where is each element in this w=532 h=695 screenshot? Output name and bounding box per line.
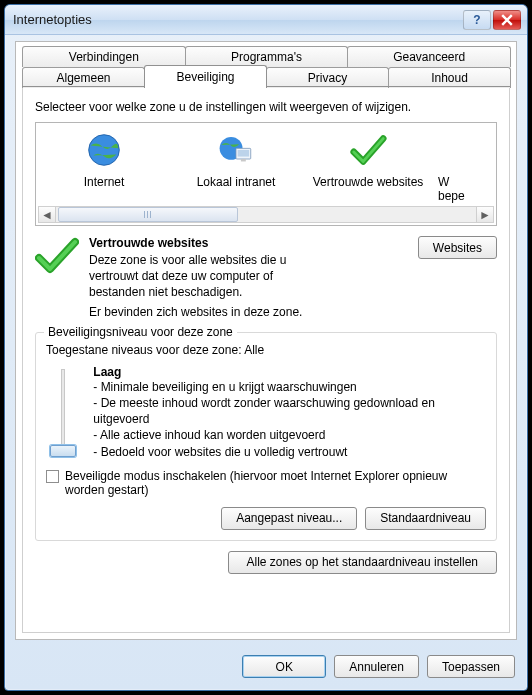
- titlebar[interactable]: Internetopties ?: [5, 5, 527, 35]
- level-name: Laag: [93, 365, 486, 379]
- zone-beperkte-toegang[interactable]: W bepe: [434, 129, 482, 207]
- slider-thumb[interactable]: [50, 445, 76, 457]
- command-buttons: OK Annuleren Toepassen: [242, 655, 515, 678]
- svg-rect-5: [241, 159, 246, 161]
- protected-mode-label: Beveiligde modus inschakelen (hiervoor m…: [65, 469, 455, 497]
- close-icon: [501, 14, 513, 26]
- svg-rect-4: [238, 150, 249, 157]
- security-level-slider[interactable]: [46, 365, 79, 461]
- cancel-button[interactable]: Annuleren: [334, 655, 419, 678]
- tab-verbindingen[interactable]: Verbindingen: [22, 46, 186, 67]
- selected-zone-note: Er bevinden zich websites in deze zone.: [89, 304, 408, 320]
- globe-monitor-icon: [217, 131, 255, 169]
- selected-zone-icon: [35, 236, 79, 279]
- security-level-group: Beveiligingsniveau voor deze zone Toeges…: [35, 332, 497, 541]
- reset-all-zones-button[interactable]: Alle zones op het standaardniveau instel…: [228, 551, 498, 574]
- sites-button[interactable]: Websites: [418, 236, 497, 259]
- security-page: Selecteer voor welke zone u de instellin…: [22, 88, 510, 633]
- selected-zone-title: Vertrouwde websites: [89, 236, 408, 250]
- zone-list[interactable]: Internet Lokaal intranet: [35, 122, 497, 226]
- help-button[interactable]: ?: [463, 10, 491, 30]
- tab-strip: Verbindingen Programma's Geavanceerd Alg…: [16, 42, 516, 88]
- custom-level-button[interactable]: Aangepast niveau...: [221, 507, 357, 530]
- scroll-left-button[interactable]: ◄: [39, 207, 56, 222]
- protected-mode-checkbox[interactable]: [46, 470, 59, 483]
- scroll-thumb[interactable]: [58, 207, 238, 222]
- zone-instruction: Selecteer voor welke zone u de instellin…: [35, 100, 497, 114]
- tab-programmas[interactable]: Programma's: [185, 46, 349, 67]
- selected-zone-desc: Deze zone is voor alle websites die u ve…: [89, 252, 329, 301]
- allowed-levels-label: Toegestane niveaus voor deze zone: Alle: [46, 343, 486, 357]
- close-button[interactable]: [493, 10, 521, 30]
- zone-internet[interactable]: Internet: [38, 129, 170, 207]
- tab-algemeen[interactable]: Algemeen: [22, 67, 145, 88]
- restricted-icon: [438, 131, 458, 169]
- default-level-button[interactable]: Standaardniveau: [365, 507, 486, 530]
- globe-icon: [85, 131, 123, 169]
- scroll-right-button[interactable]: ►: [476, 207, 493, 222]
- tab-beveiliging[interactable]: Beveiliging: [144, 65, 267, 88]
- check-icon: [349, 131, 387, 169]
- level-description: Laag - Minimale beveiliging en u krijgt …: [93, 365, 486, 460]
- ok-button[interactable]: OK: [242, 655, 326, 678]
- tab-geavanceerd[interactable]: Geavanceerd: [347, 46, 511, 67]
- apply-button[interactable]: Toepassen: [427, 655, 515, 678]
- zone-vertrouwde-websites[interactable]: Vertrouwde websites: [302, 129, 434, 207]
- client-area: Verbindingen Programma's Geavanceerd Alg…: [15, 41, 517, 640]
- dialog-window: Internetopties ? Verbindingen Programma'…: [4, 4, 528, 691]
- zone-scrollbar[interactable]: ◄ ►: [38, 206, 494, 223]
- tab-inhoud[interactable]: Inhoud: [388, 67, 511, 88]
- window-title: Internetopties: [13, 12, 463, 27]
- tab-privacy[interactable]: Privacy: [266, 67, 389, 88]
- zone-lokaal-intranet[interactable]: Lokaal intranet: [170, 129, 302, 207]
- group-legend: Beveiligingsniveau voor deze zone: [44, 325, 237, 339]
